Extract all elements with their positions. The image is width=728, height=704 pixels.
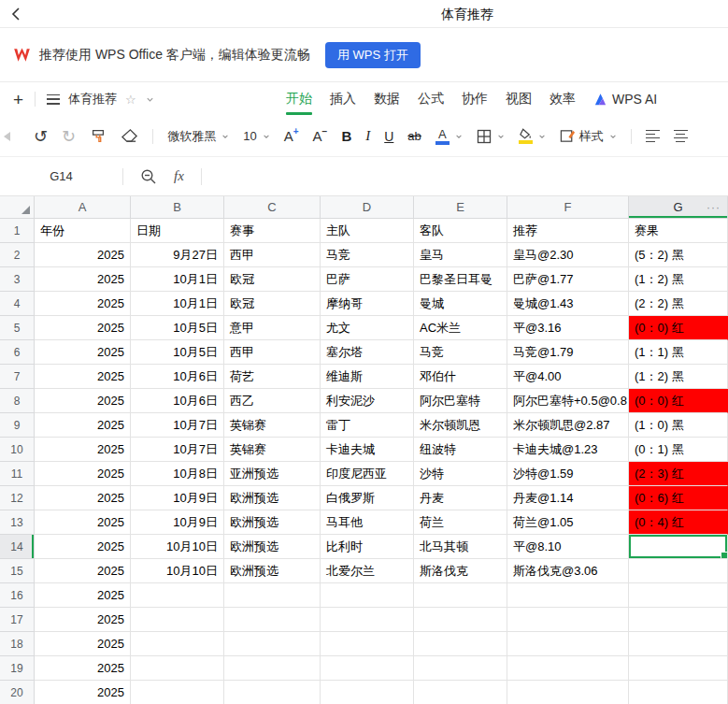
cell-C14[interactable]: 欧洲预选 bbox=[224, 535, 321, 559]
cell-G13[interactable]: (0：4) 红 bbox=[629, 510, 728, 535]
cell-G10[interactable]: (0：1) 黑 bbox=[629, 438, 728, 462]
cell-C16[interactable] bbox=[224, 583, 321, 608]
cell-F11[interactable]: 沙特@1.59 bbox=[507, 462, 629, 486]
cell-F8[interactable]: 阿尔巴塞特+0.5@0.8 bbox=[507, 389, 629, 413]
strikethrough-button[interactable]: ab bbox=[407, 129, 421, 143]
cell-D15[interactable]: 北爱尔兰 bbox=[321, 559, 414, 583]
cell-B19[interactable] bbox=[131, 656, 224, 681]
cell-A19[interactable]: 2025 bbox=[35, 656, 131, 681]
cell-A3[interactable]: 2025 bbox=[35, 267, 131, 292]
cell-A9[interactable]: 2025 bbox=[35, 413, 131, 438]
cell-E14[interactable]: 北马其顿 bbox=[414, 535, 507, 559]
cell-style-button[interactable]: 样式 bbox=[560, 128, 617, 145]
cell-F14[interactable]: 平@8.10 bbox=[507, 535, 629, 559]
cell-B15[interactable]: 10月10日 bbox=[131, 559, 224, 583]
cell-G16[interactable] bbox=[629, 583, 728, 608]
cell-D5[interactable]: 尤文 bbox=[321, 316, 414, 340]
cell-D13[interactable]: 马耳他 bbox=[321, 510, 414, 535]
cell-B16[interactable] bbox=[131, 583, 224, 608]
cell-B2[interactable]: 9月27日 bbox=[131, 243, 224, 267]
cell-A12[interactable]: 2025 bbox=[35, 486, 131, 510]
cell-E10[interactable]: 纽波特 bbox=[414, 438, 507, 462]
select-all-corner[interactable] bbox=[0, 196, 35, 219]
row-header-15[interactable]: 15 bbox=[0, 559, 35, 583]
cell-E4[interactable]: 曼城 bbox=[414, 292, 507, 316]
cell-B17[interactable] bbox=[131, 608, 224, 632]
align-center-icon[interactable] bbox=[674, 130, 688, 143]
cell-G18[interactable] bbox=[629, 632, 728, 656]
cell-D17[interactable] bbox=[321, 608, 414, 632]
cell-C7[interactable]: 荷艺 bbox=[224, 365, 321, 389]
cell-G17[interactable] bbox=[629, 608, 728, 632]
cell-C3[interactable]: 欧冠 bbox=[224, 267, 321, 292]
cell-E20[interactable] bbox=[414, 681, 507, 704]
cell-E6[interactable]: 马竞 bbox=[414, 340, 507, 365]
row-header-19[interactable]: 19 bbox=[0, 656, 35, 681]
cell-E1[interactable]: 客队 bbox=[414, 219, 507, 243]
cell-D19[interactable] bbox=[321, 656, 414, 681]
wps-ai-button[interactable]: WPS AI bbox=[593, 92, 657, 107]
row-header-11[interactable]: 11 bbox=[0, 462, 35, 486]
row-header-13[interactable]: 13 bbox=[0, 510, 35, 535]
row-header-14[interactable]: 14 bbox=[0, 535, 35, 559]
cell-E17[interactable] bbox=[414, 608, 507, 632]
cell-B20[interactable] bbox=[131, 681, 224, 704]
row-header-9[interactable]: 9 bbox=[0, 413, 35, 438]
row-header-3[interactable]: 3 bbox=[0, 267, 35, 292]
cell-C6[interactable]: 西甲 bbox=[224, 340, 321, 365]
chevron-down-icon[interactable] bbox=[146, 95, 154, 104]
tab-view[interactable]: 视图 bbox=[506, 83, 532, 115]
row-header-12[interactable]: 12 bbox=[0, 486, 35, 510]
cell-A6[interactable]: 2025 bbox=[35, 340, 131, 365]
cell-A15[interactable]: 2025 bbox=[35, 559, 131, 583]
cell-F18[interactable] bbox=[507, 632, 629, 656]
cell-D8[interactable]: 利安泥沙 bbox=[321, 389, 414, 413]
cell-G8[interactable]: (0：0) 红 bbox=[629, 389, 728, 413]
cell-F13[interactable]: 荷兰@1.05 bbox=[507, 510, 629, 535]
cell-G12[interactable]: (0：6) 红 bbox=[629, 486, 728, 510]
cell-B7[interactable]: 10月6日 bbox=[131, 365, 224, 389]
cell-D20[interactable] bbox=[321, 681, 414, 704]
row-header-10[interactable]: 10 bbox=[0, 438, 35, 462]
cell-D3[interactable]: 巴萨 bbox=[321, 267, 414, 292]
cell-A7[interactable]: 2025 bbox=[35, 365, 131, 389]
cell-C1[interactable]: 赛事 bbox=[224, 219, 321, 243]
cell-B12[interactable]: 10月9日 bbox=[131, 486, 224, 510]
document-title[interactable]: 体育推荐 bbox=[68, 91, 117, 108]
cell-E2[interactable]: 皇马 bbox=[414, 243, 507, 267]
cell-G9[interactable]: (1：0) 黑 bbox=[629, 413, 728, 438]
cell-G15[interactable] bbox=[629, 559, 728, 583]
col-header-A[interactable]: A bbox=[35, 196, 131, 219]
cell-B3[interactable]: 10月1日 bbox=[131, 267, 224, 292]
cell-A20[interactable]: 2025 bbox=[35, 681, 131, 704]
cell-D9[interactable]: 雷丁 bbox=[321, 413, 414, 438]
menu-icon[interactable] bbox=[47, 94, 60, 105]
cell-C9[interactable]: 英锦赛 bbox=[224, 413, 321, 438]
cell-G19[interactable] bbox=[629, 656, 728, 681]
cell-E19[interactable] bbox=[414, 656, 507, 681]
cell-C12[interactable]: 欧洲预选 bbox=[224, 486, 321, 510]
cell-C4[interactable]: 欧冠 bbox=[224, 292, 321, 316]
row-header-1[interactable]: 1 bbox=[0, 219, 35, 243]
tab-home[interactable]: 开始 bbox=[286, 83, 312, 115]
cell-G20[interactable] bbox=[629, 681, 728, 704]
undo-icon[interactable]: ↺ bbox=[34, 126, 48, 146]
increase-font-button[interactable]: A+ bbox=[284, 128, 299, 144]
cell-A16[interactable]: 2025 bbox=[35, 583, 131, 608]
cell-B13[interactable]: 10月9日 bbox=[131, 510, 224, 535]
cell-F3[interactable]: 巴萨@1.77 bbox=[507, 267, 629, 292]
cell-F2[interactable]: 皇马@2.30 bbox=[507, 243, 629, 267]
star-icon[interactable]: ☆ bbox=[125, 93, 136, 107]
cell-E15[interactable]: 斯洛伐克 bbox=[414, 559, 507, 583]
row-header-4[interactable]: 4 bbox=[0, 292, 35, 316]
formula-input[interactable] bbox=[202, 157, 728, 195]
cell-F15[interactable]: 斯洛伐克@3.06 bbox=[507, 559, 629, 583]
cell-F17[interactable] bbox=[507, 608, 629, 632]
cell-D14[interactable]: 比利时 bbox=[321, 535, 414, 559]
cell-A2[interactable]: 2025 bbox=[35, 243, 131, 267]
tab-insert[interactable]: 插入 bbox=[330, 83, 356, 115]
cell-F1[interactable]: 推荐 bbox=[507, 219, 629, 243]
cell-D6[interactable]: 塞尔塔 bbox=[321, 340, 414, 365]
tab-collaborate[interactable]: 协作 bbox=[462, 83, 488, 115]
cell-B1[interactable]: 日期 bbox=[131, 219, 224, 243]
